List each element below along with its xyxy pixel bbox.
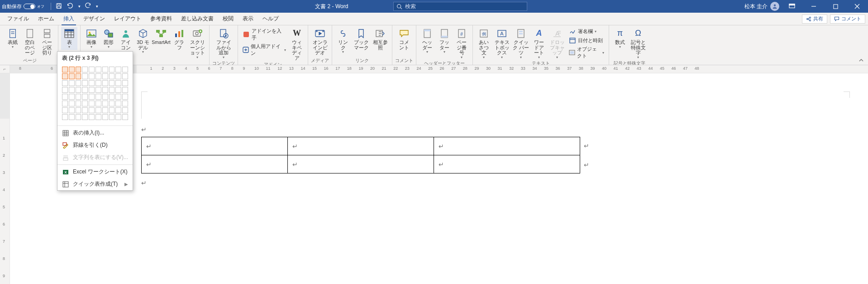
bookmark-button[interactable]: ブックマーク — [352, 27, 370, 51]
ribbon-display-options[interactable] — [783, 0, 801, 13]
grid-cell[interactable] — [89, 80, 95, 86]
grid-cell[interactable] — [102, 67, 108, 72]
grid-cell[interactable] — [89, 73, 95, 79]
quick-tables-item[interactable]: クイック表作成(T)▶ — [57, 178, 133, 190]
footer-button[interactable]: フッター▾ — [436, 27, 453, 55]
grid-cell[interactable] — [102, 80, 108, 86]
table-row[interactable]: ↵ ↵ ↵ — [142, 155, 580, 173]
picture-button[interactable]: 画像▾ — [83, 27, 100, 50]
grid-cell[interactable] — [115, 101, 121, 106]
tab-file[interactable]: ファイル — [3, 13, 33, 25]
grid-cell[interactable] — [82, 107, 88, 113]
grid-cell[interactable] — [122, 101, 128, 106]
grid-cell[interactable] — [69, 73, 75, 79]
table-button[interactable]: 表▾ — [61, 27, 77, 50]
wikipedia-button[interactable]: Wウィキペディア — [289, 27, 305, 62]
grid-cell[interactable] — [76, 67, 81, 72]
comments-button[interactable]: コメント — [830, 14, 865, 24]
grid-cell[interactable] — [89, 107, 95, 113]
tab-view[interactable]: 表示 — [238, 13, 258, 25]
grid-cell[interactable] — [115, 114, 121, 120]
grid-cell[interactable] — [95, 101, 101, 106]
grid-cell[interactable] — [115, 67, 121, 72]
draw-table-item[interactable]: 罫線を引く(D) — [57, 139, 133, 151]
online-video-button[interactable]: オンラインビデオ — [311, 27, 329, 57]
grid-cell[interactable] — [89, 87, 95, 93]
autosave-toggle[interactable]: 自動保存 オフ — [2, 3, 44, 10]
grid-cell[interactable] — [82, 101, 88, 106]
grid-cell[interactable] — [122, 94, 128, 100]
grid-cell[interactable] — [69, 87, 75, 93]
grid-cell[interactable] — [102, 87, 108, 93]
grid-cell[interactable] — [76, 107, 81, 113]
signature-button[interactable]: 署名欄 ▾ — [567, 27, 606, 35]
grid-cell[interactable] — [95, 73, 101, 79]
wordart-button[interactable]: Aワードアート▾ — [531, 27, 547, 60]
grid-cell[interactable] — [122, 107, 128, 113]
blank-page-button[interactable]: 空白のページ — [22, 27, 38, 57]
grid-cell[interactable] — [69, 114, 75, 120]
equation-button[interactable]: π数式▾ — [612, 27, 628, 50]
grid-cell[interactable] — [102, 94, 108, 100]
grid-cell[interactable] — [62, 107, 68, 113]
grid-cell[interactable] — [109, 101, 115, 106]
tab-layout[interactable]: レイアウト — [110, 13, 146, 25]
tab-home[interactable]: ホーム — [33, 13, 59, 25]
tab-design[interactable]: デザイン — [79, 13, 110, 25]
collapse-ribbon-button[interactable] — [857, 58, 865, 63]
tab-mailings[interactable]: 差し込み文書 — [176, 13, 218, 25]
dropcap-button[interactable]: Aドロップキャップ▾ — [548, 27, 566, 60]
grid-cell[interactable] — [102, 114, 108, 120]
grid-cell[interactable] — [122, 80, 128, 86]
get-addins-button[interactable]: アドインを入手 — [241, 27, 288, 42]
close-button[interactable] — [848, 0, 866, 13]
3dmodel-button[interactable]: 3D モデル▾ — [135, 27, 151, 55]
grid-cell[interactable] — [62, 67, 68, 72]
grid-cell[interactable] — [82, 94, 88, 100]
textbox-button[interactable]: Aテキストボックス▾ — [493, 27, 511, 60]
page-break-button[interactable]: ページ区切り — [39, 27, 55, 57]
table-size-grid[interactable] — [57, 65, 133, 125]
tab-references[interactable]: 参考資料 — [146, 13, 176, 25]
grid-cell[interactable] — [102, 73, 108, 79]
minimize-button[interactable] — [805, 0, 823, 13]
grid-cell[interactable] — [115, 107, 121, 113]
table-cell[interactable]: ↵ — [142, 155, 288, 173]
grid-cell[interactable] — [109, 73, 115, 79]
symbol-button[interactable]: Ω記号と特殊文字▾ — [629, 27, 647, 60]
file-reuse-button[interactable]: ファイルから追加▾ — [215, 27, 233, 60]
table-row[interactable]: ↵ ↵ ↵ — [142, 137, 580, 155]
grid-cell[interactable] — [102, 101, 108, 106]
grid-cell[interactable] — [122, 73, 128, 79]
insert-table-item[interactable]: 表の挿入(I)... — [57, 127, 133, 139]
grid-cell[interactable] — [109, 94, 115, 100]
grid-cell[interactable] — [69, 107, 75, 113]
crossref-button[interactable]: 相互参照 — [371, 27, 389, 51]
shapes-button[interactable]: 図形▾ — [100, 27, 117, 50]
my-addins-button[interactable]: 個人用アドイン ▾ — [241, 43, 288, 57]
grid-cell[interactable] — [109, 87, 115, 93]
user-account[interactable]: 松本 圭介 — [744, 2, 779, 11]
table-cell[interactable]: ↵ — [142, 137, 288, 155]
document-area[interactable]: ↵ ↵ ↵ ↵ ↵ ↵ ↵ ↵ ↵ ↵ — [10, 73, 868, 284]
grid-cell[interactable] — [89, 101, 95, 106]
undo-icon[interactable] — [67, 3, 74, 10]
grid-cell[interactable] — [115, 87, 121, 93]
grid-cell[interactable] — [76, 114, 81, 120]
grid-cell[interactable] — [89, 114, 95, 120]
header-button[interactable]: ヘッダー▾ — [419, 27, 435, 55]
grid-cell[interactable] — [95, 94, 101, 100]
grid-cell[interactable] — [62, 87, 68, 93]
grid-cell[interactable] — [95, 107, 101, 113]
save-icon[interactable] — [56, 3, 62, 10]
chart-button[interactable]: グラフ — [171, 27, 187, 51]
tab-help[interactable]: ヘルプ — [258, 13, 283, 25]
grid-cell[interactable] — [62, 80, 68, 86]
grid-cell[interactable] — [62, 94, 68, 100]
grid-cell[interactable] — [89, 67, 95, 72]
grid-cell[interactable] — [76, 80, 81, 86]
table-cell[interactable]: ↵ — [288, 137, 434, 155]
smartart-button[interactable]: SmartArt — [152, 27, 170, 46]
grid-cell[interactable] — [69, 80, 75, 86]
search-input[interactable]: 検索 — [393, 2, 527, 11]
